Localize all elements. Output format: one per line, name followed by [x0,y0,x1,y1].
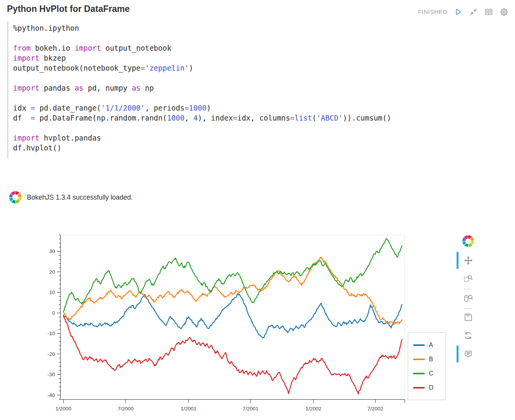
legend-swatch [413,359,425,360]
status-badge: FINISHED [418,8,447,15]
paragraph-settings-gear-icon[interactable] [499,7,509,17]
bokeh-logo-icon [9,191,22,203]
code-line: idx = pd.date_range('1/1/2000', periods=… [13,103,459,113]
paragraph-status-bar: FINISHED [418,7,509,17]
save-tool-button[interactable] [461,310,475,324]
toolbar-separator [464,308,472,309]
y-tick-label: -30 [47,372,55,377]
legend-item-D: D [408,380,445,395]
code-line: import bkzep [13,53,459,63]
code-line: import hvplot.pandas [13,133,459,143]
legend-item-A: A [408,338,445,352]
toolbar-separator [464,289,472,289]
code-line [13,123,459,133]
y-tick-label: 0 [52,310,55,316]
code-editor[interactable]: %python.ipython from bokeh.io import out… [7,21,459,159]
bokehjs-loaded-message: BokehJS 1.3.4 successfully loaded. [27,193,133,202]
reset-tool-button[interactable] [461,329,475,342]
x-tick-label: 1/2000 [55,406,71,412]
legend-swatch [413,373,425,374]
zeppelin-paragraph: Python HvPlot for DataFrame FINISHED %py… [0,0,515,420]
x-tick-label: 1/2002 [306,406,321,412]
code-line: df.hvplot() [13,143,459,153]
x-tick-label: 7/2000 [118,406,133,412]
legend-item-C: C [408,366,445,380]
legend-item-B: B [408,352,445,366]
legend-label: C [429,370,434,377]
bokeh-toolbar [458,234,478,369]
series-line-B [63,257,402,325]
report-view-icon[interactable] [484,7,493,17]
hover-tool-button[interactable] [461,347,475,361]
legend-label: B [429,356,433,363]
code-line: output_notebook(notebook_type='zeppelin'… [13,63,459,73]
bokeh-toolbar-logo-icon[interactable] [461,234,475,248]
bokehjs-loaded-row: BokehJS 1.3.4 successfully loaded. [9,191,133,203]
x-tick-label: 7/2001 [243,406,258,412]
legend-swatch [413,387,425,389]
wheel-zoom-tool-button[interactable] [461,291,475,305]
chart-legend: ABCD [408,332,446,400]
run-paragraph-button[interactable] [453,7,463,17]
code-line [13,93,459,103]
legend-label: A [429,342,433,349]
box-zoom-tool-button[interactable] [461,272,475,286]
series-line-A [63,294,402,338]
y-tick-label: -40 [47,392,55,398]
series-line-D [63,316,402,394]
pan-tool-button[interactable] [461,253,475,267]
code-line: import pandas as pd, numpy as np [13,83,459,93]
code-line: %python.ipython [13,23,459,33]
x-tick-label: 7/2002 [367,406,383,412]
series-line-C [63,239,402,312]
y-tick-label: 10 [49,289,55,295]
y-tick-label: 30 [49,248,55,254]
y-tick-label: -10 [47,331,55,336]
y-tick-label: -20 [47,351,55,357]
code-line: df = pd.DataFrame(np.random.randn(1000, … [13,113,459,123]
x-tick-label: 1/2001 [181,406,196,412]
collapse-paragraph-icon[interactable] [469,7,478,17]
code-line [13,33,459,43]
code-line [13,73,459,83]
hvplot-line-chart[interactable]: -40-30-20-1001020301/20007/20001/20017/2… [0,230,454,420]
code-line: from bokeh.io import output_notebook [13,43,459,53]
legend-swatch [413,344,425,346]
y-tick-label: 20 [49,269,55,275]
paragraph-title: Python HvPlot for DataFrame [7,4,130,14]
legend-label: D [429,384,434,391]
